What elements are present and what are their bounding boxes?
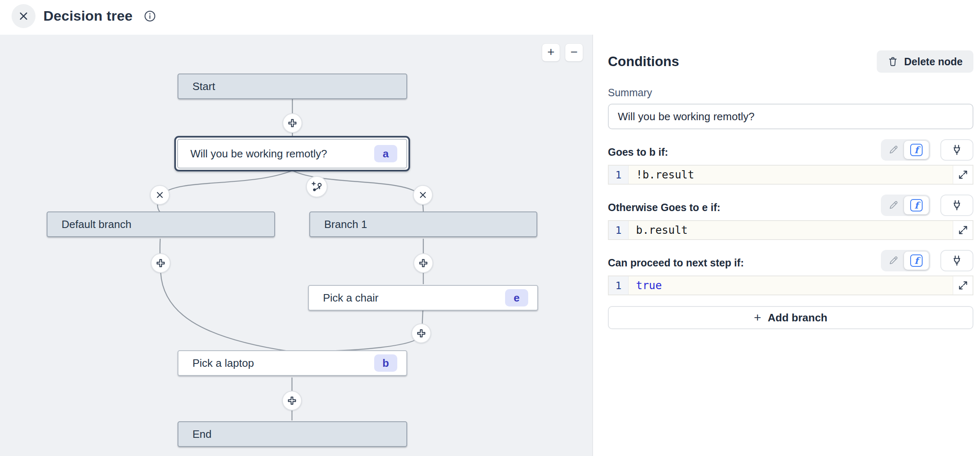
node-start[interactable]: Start [178,74,407,99]
node-end[interactable]: End [178,421,407,447]
page-title: Decision tree [43,8,133,24]
line-number: 1 [609,221,629,239]
expand-editor-button[interactable] [953,221,973,239]
flow-canvas[interactable]: + − Start Will you be working remotly? a… [0,35,592,456]
expand-editor-button[interactable] [953,166,973,184]
node-label: Branch 1 [310,218,536,231]
add-step-button[interactable] [282,113,302,133]
zoom-out-button[interactable]: − [565,43,583,62]
line-number: 1 [609,166,629,184]
node-badge: b [374,354,397,372]
function-mode-button[interactable]: f [904,141,929,159]
plus-icon [416,328,427,339]
close-icon [17,10,30,22]
plug-icon [951,144,963,156]
node-label: Start [178,80,406,93]
summary-label: Summary [608,87,973,99]
pencil-icon [888,255,899,266]
node-pick-a-laptop[interactable]: Pick a laptop b [178,350,407,376]
function-mode-button[interactable]: f [904,252,929,270]
code-text[interactable]: !b.result [629,166,953,184]
plus-icon: + [754,311,762,324]
delete-node-label: Delete node [904,56,963,68]
add-branch-label: Add branch [768,311,827,324]
trash-icon [887,56,898,67]
zoom-in-button[interactable]: + [542,43,560,62]
summary-input[interactable] [608,104,973,129]
add-branch-node-button[interactable] [306,176,327,197]
add-step-button[interactable] [282,391,302,411]
pencil-icon [888,200,899,211]
node-pick-a-chair[interactable]: Pick a chair e [308,285,538,311]
node-badge: e [505,289,528,306]
panel-title: Conditions [608,54,679,69]
function-icon: f [910,144,923,156]
node-label: Default branch [47,218,274,231]
editor-mode-toggle: f [881,139,930,161]
add-step-button[interactable] [413,253,433,273]
delete-node-button[interactable]: Delete node [877,50,973,73]
node-label: End [178,428,406,441]
pencil-icon [888,145,899,155]
editor-mode-toggle: f [881,250,930,271]
info-icon[interactable] [144,10,156,22]
plug-button[interactable] [940,250,973,271]
node-badge: a [374,145,397,162]
function-mode-button[interactable]: f [904,196,929,214]
plus-icon [287,118,298,128]
plug-button[interactable] [940,139,973,161]
conditions-panel: Conditions Delete node Summary Goes to b… [592,35,980,456]
plus-icon [155,258,166,268]
edit-mode-button[interactable] [883,196,904,214]
branch-plus-icon [311,180,323,193]
editor-mode-toggle: f [881,195,930,216]
remove-branch-button[interactable] [150,185,170,205]
plug-button[interactable] [940,195,973,216]
code-editor: 1 true [608,276,973,295]
node-branch-1[interactable]: Branch 1 [309,211,537,237]
node-label: Pick a laptop [178,357,374,370]
node-decision-selected[interactable]: Will you be working remotly? a [174,136,410,171]
add-step-button[interactable] [411,323,431,343]
expand-editor-button[interactable] [953,276,973,294]
code-text[interactable]: b.result [629,221,953,239]
condition-label: Can proceed to next step if: [608,257,744,271]
code-editor: 1 b.result [608,220,973,240]
edit-mode-button[interactable] [883,141,904,159]
plug-icon [951,255,963,266]
close-button[interactable] [12,4,36,28]
line-number: 1 [609,276,629,294]
plus-icon [287,395,297,406]
condition-label: Otherwise Goes to e if: [608,202,720,216]
node-label: Will you be working remotly? [178,147,374,160]
node-label: Pick a chair [309,292,505,304]
expand-icon [958,280,968,291]
function-icon: f [910,199,923,211]
condition-label: Goes to b if: [608,146,668,161]
function-icon: f [910,254,923,267]
x-icon [418,190,428,200]
expand-icon [958,169,968,180]
node-default-branch[interactable]: Default branch [47,211,275,237]
plug-icon [951,200,963,211]
header: Decision tree [0,0,980,35]
remove-branch-button[interactable] [413,185,433,205]
plus-icon [418,258,429,268]
decision-tree-editor: Decision tree + − St [0,0,980,456]
add-branch-button[interactable]: + Add branch [608,306,973,329]
code-text[interactable]: true [629,276,953,294]
expand-icon [958,225,968,235]
code-editor: 1 !b.result [608,165,973,185]
add-step-button[interactable] [151,253,171,273]
x-icon [155,190,165,200]
edit-mode-button[interactable] [883,252,904,270]
